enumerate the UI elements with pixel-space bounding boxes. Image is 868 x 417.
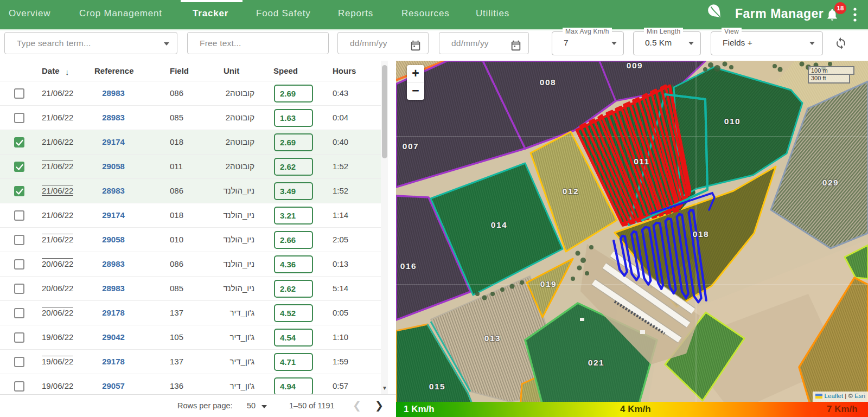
svg-text:014: 014 bbox=[491, 220, 507, 229]
svg-text:012: 012 bbox=[563, 187, 579, 196]
svg-text:011: 011 bbox=[634, 157, 650, 166]
svg-text:010: 010 bbox=[724, 117, 741, 126]
svg-text:018: 018 bbox=[693, 229, 709, 239]
svg-text:008: 008 bbox=[540, 78, 556, 87]
svg-text:007: 007 bbox=[403, 142, 419, 151]
svg-text:016: 016 bbox=[400, 261, 417, 271]
svg-text:015: 015 bbox=[429, 382, 445, 391]
svg-text:013: 013 bbox=[484, 333, 501, 343]
svg-text:009: 009 bbox=[627, 61, 643, 70]
svg-text:019: 019 bbox=[540, 279, 557, 288]
svg-text:029: 029 bbox=[822, 178, 839, 187]
svg-text:021: 021 bbox=[588, 358, 604, 367]
